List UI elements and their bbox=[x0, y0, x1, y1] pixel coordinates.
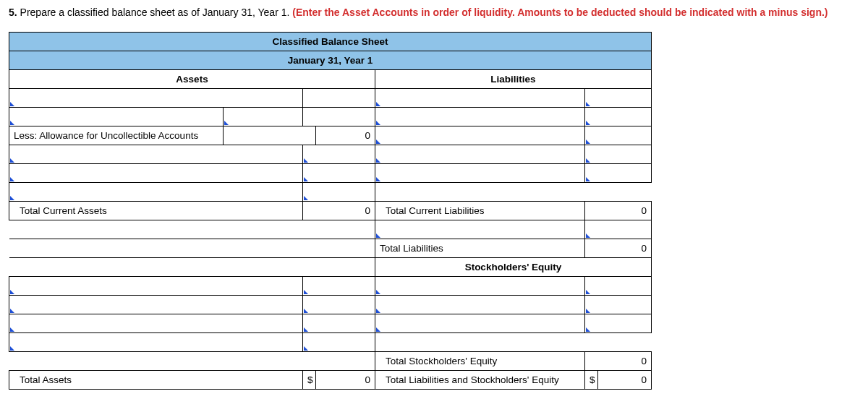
sheet-date: January 31, Year 1 bbox=[9, 51, 652, 69]
liability-amount-input[interactable] bbox=[585, 220, 652, 239]
assets-header: Assets bbox=[9, 69, 375, 88]
spacer bbox=[9, 257, 303, 276]
liabilities-header: Liabilities bbox=[375, 69, 652, 88]
spacer bbox=[303, 88, 375, 107]
total-liab-se-value: 0 bbox=[598, 370, 652, 389]
asset-account-dropdown[interactable] bbox=[9, 276, 303, 295]
liability-amount-input[interactable] bbox=[585, 126, 652, 145]
asset-amount-input[interactable] bbox=[224, 107, 303, 126]
total-se-label: Total Stockholders' Equity bbox=[375, 351, 585, 370]
spacer bbox=[9, 351, 303, 370]
asset-account-dropdown[interactable] bbox=[9, 314, 303, 332]
total-current-liabilities-value: 0 bbox=[598, 201, 652, 220]
spacer bbox=[9, 239, 303, 257]
spacer bbox=[585, 239, 598, 257]
spacer bbox=[585, 351, 598, 370]
asset-amount-input[interactable] bbox=[303, 314, 375, 332]
total-se-value: 0 bbox=[598, 351, 652, 370]
equity-account-dropdown[interactable] bbox=[375, 295, 585, 314]
stockholders-equity-header: Stockholders' Equity bbox=[375, 257, 652, 276]
spacer bbox=[224, 126, 303, 145]
equity-account-dropdown[interactable] bbox=[375, 276, 585, 295]
total-liab-se-label: Total Liabilities and Stockholders' Equi… bbox=[375, 370, 585, 389]
asset-account-dropdown[interactable] bbox=[9, 163, 303, 182]
dollar-sign: $ bbox=[585, 370, 598, 389]
question-text: Prepare a classified balance sheet as of… bbox=[20, 7, 290, 18]
asset-amount-input[interactable] bbox=[303, 163, 375, 182]
spacer bbox=[303, 351, 375, 370]
asset-account-dropdown[interactable] bbox=[9, 88, 303, 107]
liability-amount-input[interactable] bbox=[585, 88, 652, 107]
question-instruction: (Enter the Asset Accounts in order of li… bbox=[292, 7, 827, 18]
equity-amount-input[interactable] bbox=[585, 314, 652, 332]
asset-amount-input[interactable] bbox=[303, 295, 375, 314]
spacer bbox=[303, 107, 375, 126]
balance-sheet-table: Classified Balance Sheet January 31, Yea… bbox=[9, 32, 652, 390]
spacer bbox=[585, 201, 598, 220]
spacer bbox=[303, 239, 375, 257]
spacer bbox=[375, 332, 652, 351]
sheet-title: Classified Balance Sheet bbox=[9, 32, 652, 51]
liability-account-dropdown[interactable] bbox=[375, 145, 585, 163]
liability-amount-input[interactable] bbox=[585, 163, 652, 182]
less-allowance-value[interactable]: 0 bbox=[316, 126, 375, 145]
total-assets-label: Total Assets bbox=[9, 370, 303, 389]
total-current-assets-value: 0 bbox=[316, 201, 375, 220]
liability-account-dropdown[interactable] bbox=[375, 126, 585, 145]
total-current-liabilities-label: Total Current Liabilities bbox=[375, 201, 585, 220]
spacer bbox=[9, 220, 303, 239]
liability-account-dropdown[interactable] bbox=[375, 163, 585, 182]
question-prompt: 5. Prepare a classified balance sheet as… bbox=[9, 6, 859, 20]
question-number: 5. bbox=[9, 7, 17, 18]
dollar-sign: $ bbox=[303, 370, 316, 389]
spacer bbox=[303, 201, 316, 220]
spacer bbox=[303, 220, 375, 239]
equity-amount-input[interactable] bbox=[585, 276, 652, 295]
spacer bbox=[303, 257, 375, 276]
spacer bbox=[375, 182, 652, 201]
liability-account-dropdown[interactable] bbox=[375, 88, 585, 107]
liability-account-dropdown[interactable] bbox=[375, 107, 585, 126]
liability-account-dropdown[interactable] bbox=[375, 220, 585, 239]
liability-amount-input[interactable] bbox=[585, 145, 652, 163]
asset-amount-input[interactable] bbox=[303, 182, 375, 201]
asset-amount-input[interactable] bbox=[303, 145, 375, 163]
total-liabilities-value: 0 bbox=[598, 239, 652, 257]
asset-account-dropdown[interactable] bbox=[9, 332, 303, 351]
asset-account-dropdown[interactable] bbox=[9, 107, 224, 126]
asset-account-dropdown[interactable] bbox=[9, 295, 303, 314]
total-current-assets-label: Total Current Assets bbox=[9, 201, 303, 220]
total-assets-value: 0 bbox=[316, 370, 375, 389]
equity-account-dropdown[interactable] bbox=[375, 314, 585, 332]
asset-account-dropdown[interactable] bbox=[9, 145, 303, 163]
equity-amount-input[interactable] bbox=[585, 295, 652, 314]
spacer bbox=[303, 126, 316, 145]
asset-amount-input[interactable] bbox=[303, 276, 375, 295]
liability-amount-input[interactable] bbox=[585, 107, 652, 126]
asset-amount-input[interactable] bbox=[303, 332, 375, 351]
total-liabilities-label: Total Liabilities bbox=[375, 239, 585, 257]
less-allowance-label: Less: Allowance for Uncollectible Accoun… bbox=[9, 126, 224, 145]
asset-account-dropdown[interactable] bbox=[9, 182, 303, 201]
